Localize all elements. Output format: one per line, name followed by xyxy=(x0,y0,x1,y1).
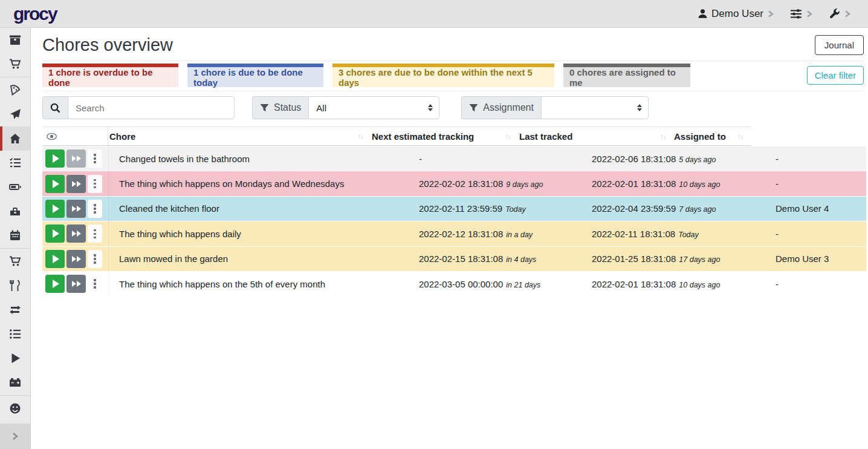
battery-icon xyxy=(9,181,21,193)
row-actions xyxy=(42,197,109,221)
column-header-next-tracking[interactable]: Next estimated tracking ↑↓ xyxy=(372,127,519,145)
chore-row: Changed towels in the bathroom-2022-02-0… xyxy=(42,146,866,171)
row-menu-button[interactable] xyxy=(88,149,102,168)
select-arrows-icon xyxy=(428,104,433,111)
sidebar-item-box[interactable] xyxy=(0,28,30,52)
next-tracking: 2022-02-02 18:31:089 days ago xyxy=(419,179,592,189)
user-menu[interactable]: Demo User xyxy=(698,8,774,20)
sidebar-item-exchange[interactable] xyxy=(0,298,30,322)
filter-assigned-to-me[interactable]: 0 chores are assigned to me xyxy=(563,64,690,87)
select-arrows-icon xyxy=(637,104,642,111)
play-icon xyxy=(53,229,59,238)
assigned-to: - xyxy=(776,179,866,189)
chore-row: Lawn mowed in the garden2022-02-15 18:31… xyxy=(42,246,866,271)
sidebar-item-paper-plane[interactable] xyxy=(0,102,30,126)
car-battery-icon xyxy=(9,376,21,388)
sidebar-item-home[interactable] xyxy=(0,126,30,151)
next-tracking: 2022-02-15 18:31:08in 4 days xyxy=(419,254,592,264)
track-execution-button[interactable] xyxy=(45,275,65,293)
next-tracking: 2022-02-11 23:59:59Today xyxy=(419,203,592,214)
home-icon xyxy=(9,133,21,145)
chore-name: Changed towels in the bathroom xyxy=(109,154,419,164)
search-group xyxy=(42,96,235,119)
next-tracking: 2022-02-12 18:31:08in a day xyxy=(419,229,592,239)
sidebar-item-shopping-cart[interactable] xyxy=(0,52,30,76)
row-menu-button[interactable] xyxy=(88,275,102,293)
column-visibility-header[interactable] xyxy=(42,127,108,145)
skip-execution-button[interactable] xyxy=(66,224,86,243)
skip-execution-button[interactable] xyxy=(66,200,86,218)
utensils-icon xyxy=(9,280,21,292)
chore-name: The thing which happens on the 5th of ev… xyxy=(109,279,419,289)
journal-button[interactable]: Journal xyxy=(815,35,864,55)
sidebar-nav xyxy=(0,28,31,449)
assignment-select[interactable] xyxy=(541,96,649,119)
last-tracked: 2022-02-04 23:59:597 days ago xyxy=(592,203,776,214)
sidebar-item-list[interactable] xyxy=(0,322,30,346)
sidebar-item-play[interactable] xyxy=(0,346,30,370)
smiley-icon xyxy=(9,402,21,415)
grocy-logo[interactable]: grocy xyxy=(13,5,57,23)
settings-menu[interactable] xyxy=(790,8,813,20)
track-execution-button[interactable] xyxy=(45,175,65,193)
filter-due-soon[interactable]: 3 chores are due to be done within the n… xyxy=(332,64,554,87)
exchange-icon xyxy=(9,304,21,316)
sidebar-item-utensils[interactable] xyxy=(0,274,30,298)
filter-overdue[interactable]: 1 chore is overdue to be done xyxy=(42,64,178,87)
chore-name: Lawn mowed in the garden xyxy=(109,254,419,264)
list-icon xyxy=(9,328,21,340)
user-icon xyxy=(698,8,708,19)
column-header-chore[interactable]: Chore ↑↓ xyxy=(108,127,372,145)
track-execution-button[interactable] xyxy=(45,250,65,268)
chore-row: The thing which happens daily2022-02-12 … xyxy=(42,221,866,246)
sidebar-item-battery[interactable] xyxy=(0,175,30,199)
eye-icon xyxy=(47,133,57,140)
track-execution-button[interactable] xyxy=(45,200,65,218)
admin-menu[interactable] xyxy=(829,8,851,19)
row-menu-button[interactable] xyxy=(88,250,102,268)
play-icon xyxy=(53,154,59,163)
sidebar-item-toolbox[interactable] xyxy=(0,199,30,223)
column-header-last-tracked[interactable]: Last tracked ↑↓ xyxy=(519,127,674,145)
sliders-icon xyxy=(790,8,802,20)
skip-execution-button[interactable] xyxy=(66,250,86,268)
row-menu-button[interactable] xyxy=(88,175,102,193)
sidebar-item-calendar[interactable] xyxy=(0,223,30,247)
row-menu-button[interactable] xyxy=(88,224,102,243)
play-icon xyxy=(53,280,59,288)
search-addon xyxy=(42,96,68,119)
skip-execution-button[interactable] xyxy=(66,275,86,293)
search-input[interactable] xyxy=(68,96,235,119)
clear-filter-button[interactable]: Clear filter xyxy=(807,66,864,85)
sidebar-collapse-toggle[interactable] xyxy=(0,424,30,449)
filter-due-today[interactable]: 1 chore is due to be done today xyxy=(187,64,323,87)
track-execution-button[interactable] xyxy=(45,149,65,168)
sidebar-item-cart-plus[interactable] xyxy=(0,249,30,274)
track-execution-button[interactable] xyxy=(45,224,65,243)
sidebar-item-tasks[interactable] xyxy=(0,151,30,175)
play-icon xyxy=(53,205,59,213)
fast-forward-icon xyxy=(72,256,81,262)
row-menu-button[interactable] xyxy=(88,200,102,218)
assigned-to: - xyxy=(776,229,866,239)
wrench-icon xyxy=(829,8,840,19)
sidebar-divider xyxy=(0,77,30,77)
paper-plane-icon xyxy=(9,108,21,120)
skip-execution-button[interactable] xyxy=(66,175,86,193)
last-tracked: 2022-02-06 18:31:085 days ago xyxy=(592,154,776,164)
chore-row: Cleaned the kitchen floor2022-02-11 23:5… xyxy=(42,196,866,221)
sidebar-item-pizza-slice[interactable] xyxy=(0,78,30,102)
chevron-right-icon xyxy=(844,10,851,18)
ellipsis-icon xyxy=(94,279,96,281)
column-header-assigned-to[interactable]: Assigned to ↑↓ xyxy=(674,127,751,145)
status-filter-group: Status All xyxy=(252,96,439,119)
status-select[interactable]: All xyxy=(308,96,439,119)
assigned-to: - xyxy=(776,154,866,164)
sidebar-item-car-battery[interactable] xyxy=(0,370,30,395)
tasks-icon xyxy=(9,157,21,169)
page-title: Chores overview xyxy=(42,35,173,55)
sort-icon: ↑↓ xyxy=(505,133,511,140)
status-filter-addon: Status xyxy=(252,96,308,119)
sidebar-item-smiley[interactable] xyxy=(0,396,30,421)
status-filter-label: Status xyxy=(274,102,301,113)
